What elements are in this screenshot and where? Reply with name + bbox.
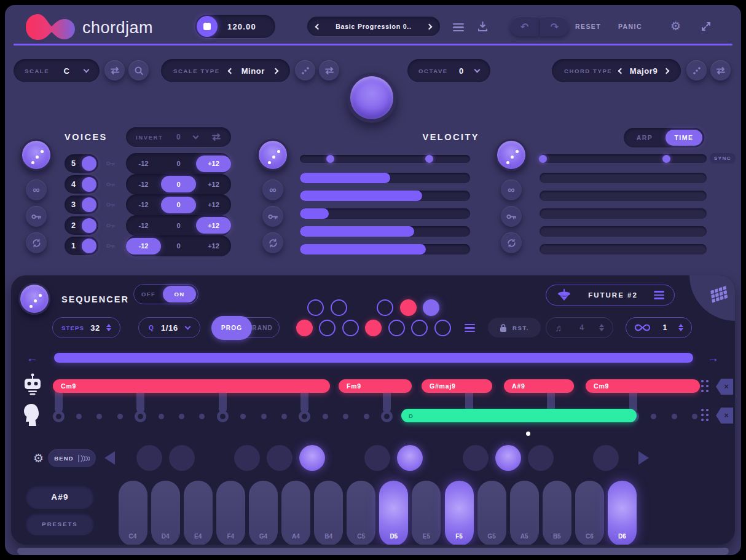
octave-value[interactable]: 0 <box>459 66 464 76</box>
mini-note-F#[interactable] <box>377 299 393 316</box>
chord-type-prev-icon[interactable] <box>618 68 624 74</box>
voice-octave-option[interactable]: +12 <box>196 156 231 172</box>
sequence-preset-menu-icon[interactable] <box>654 289 664 301</box>
voice-octave-option[interactable]: -12 <box>126 160 161 167</box>
preset-name[interactable]: Basic Progression 0.. <box>336 23 412 30</box>
velocity-bar[interactable] <box>300 191 470 201</box>
invert-value[interactable]: 0 <box>176 133 181 141</box>
redo-button[interactable]: ↷ <box>540 17 569 36</box>
stepper-icon[interactable] <box>678 324 683 331</box>
voice-octave-option[interactable]: +12 <box>196 181 231 188</box>
velocity-bar[interactable] <box>300 226 470 237</box>
preset-selector[interactable]: Basic Progression 0.. <box>307 17 440 36</box>
voice-number-pill[interactable]: 4 <box>65 175 98 194</box>
key-F#4[interactable] <box>234 445 260 471</box>
bpm-value[interactable]: 120.00 <box>227 22 256 31</box>
keyboard-prev-arrow[interactable] <box>104 451 115 465</box>
loop-control[interactable]: 1 <box>626 317 692 338</box>
voice-octave-option[interactable]: 0 <box>161 176 196 192</box>
velocity-range-slider[interactable] <box>300 155 470 163</box>
voice-octave-option[interactable]: +12 <box>196 201 231 208</box>
velocity-bar[interactable] <box>300 208 470 219</box>
note-row-drag-handle[interactable] <box>701 409 709 422</box>
resize-icon[interactable] <box>701 21 712 32</box>
key-A#4[interactable] <box>299 445 325 471</box>
chord-type-swap-button[interactable] <box>710 60 731 81</box>
scale-type-prev-icon[interactable] <box>227 68 234 74</box>
velocity-bar[interactable] <box>300 244 470 254</box>
stepper-icon[interactable] <box>599 324 604 331</box>
chord-block[interactable]: Fm9 <box>339 379 412 393</box>
voice-number-pill[interactable]: 5 <box>65 154 98 173</box>
voice-enable-toggle[interactable] <box>82 218 96 233</box>
mini-note-A#[interactable] <box>423 299 439 316</box>
bottom-edge-bar[interactable] <box>17 548 729 555</box>
key-G4[interactable]: G4 <box>249 481 278 545</box>
invert-control[interactable]: INVERT 0 <box>126 127 231 147</box>
quantize-value[interactable]: 1/16 <box>161 323 178 333</box>
power-off-label[interactable]: OFF <box>134 291 163 298</box>
voice-octave-selector[interactable]: -120+12 <box>126 215 231 236</box>
voice-octave-selector[interactable]: -120+12 <box>126 174 231 195</box>
key-C6[interactable]: C6 <box>575 481 604 545</box>
voice-key-lock-icon[interactable] <box>106 222 116 229</box>
tab-time[interactable]: TIME <box>666 130 702 146</box>
key-G#4[interactable] <box>267 445 293 471</box>
key-D#4[interactable] <box>169 445 195 471</box>
timing-bar[interactable] <box>540 191 707 201</box>
voice-octave-option[interactable]: -12 <box>126 181 161 188</box>
timing-range-handle[interactable] <box>662 155 670 163</box>
velocity-random-knob[interactable] <box>257 139 289 171</box>
chord-block[interactable]: Cm9 <box>53 379 330 393</box>
chord-block[interactable]: A#9 <box>504 379 574 393</box>
voice-enable-toggle[interactable] <box>82 156 96 171</box>
preset-next-icon[interactable] <box>426 23 433 30</box>
velocity-infinity-button[interactable]: ∞ <box>262 179 283 200</box>
seek-back-arrow[interactable]: ← <box>26 352 38 365</box>
chord-type-selector[interactable]: CHORD TYPE Major9 <box>552 59 681 82</box>
main-chord-knob[interactable] <box>347 73 397 123</box>
mini-note-G#[interactable] <box>400 299 417 316</box>
voice-octave-option[interactable]: +12 <box>196 242 231 250</box>
timing-range-slider[interactable] <box>540 154 707 163</box>
voice-octave-selector[interactable]: -120+12 <box>126 153 231 174</box>
key-E4[interactable]: E4 <box>184 481 213 545</box>
key-D4[interactable]: D4 <box>151 481 180 545</box>
voice-key-lock-icon[interactable] <box>106 181 116 188</box>
stepper-icon[interactable] <box>106 324 111 331</box>
keyboard-grid-icon[interactable] <box>709 283 734 309</box>
key-C4[interactable]: C4 <box>119 481 147 545</box>
seek-forward-arrow[interactable]: → <box>707 352 719 365</box>
voice-enable-toggle[interactable] <box>82 197 96 212</box>
voice-octave-option[interactable]: 0 <box>161 242 196 250</box>
velocity-key-lock-button[interactable] <box>262 206 283 227</box>
mini-note-A[interactable] <box>411 320 428 336</box>
chord-type-value[interactable]: Major9 <box>630 66 658 76</box>
key-E5[interactable]: E5 <box>412 481 441 545</box>
keyboard-next-arrow[interactable] <box>638 451 649 465</box>
key-C#6[interactable] <box>593 445 619 471</box>
sequencer-power-toggle[interactable]: OFF ON <box>133 284 198 304</box>
key-A5[interactable]: A5 <box>510 481 539 545</box>
velocity-range-handle[interactable] <box>326 155 334 163</box>
chord-block[interactable]: Cm9 <box>586 379 700 393</box>
velocity-refresh-button[interactable] <box>262 232 283 253</box>
chord-type-next-icon[interactable] <box>664 68 670 74</box>
timing-bar[interactable] <box>540 208 707 219</box>
chord-type-random-button[interactable] <box>686 60 707 81</box>
velocity-range-handle[interactable] <box>425 155 433 163</box>
mode-prog[interactable]: PROG <box>211 316 252 340</box>
scale-type-value[interactable]: Minor <box>241 66 265 76</box>
sequence-preset-name[interactable]: FUTURE #2 <box>588 291 638 299</box>
chord-row-delete-button[interactable]: × <box>716 379 733 395</box>
timing-range-handle[interactable] <box>539 155 547 163</box>
key-B4[interactable]: B4 <box>314 481 343 545</box>
key-G5[interactable]: G5 <box>477 481 506 545</box>
timing-infinity-button[interactable]: ∞ <box>501 179 522 200</box>
timing-bar[interactable] <box>540 226 707 237</box>
note-block[interactable]: D <box>401 409 637 422</box>
timing-key-lock-button[interactable] <box>501 206 522 227</box>
voice-enable-toggle[interactable] <box>82 177 96 192</box>
scale-swap-button[interactable] <box>104 60 125 81</box>
key-B5[interactable]: B5 <box>543 481 571 545</box>
